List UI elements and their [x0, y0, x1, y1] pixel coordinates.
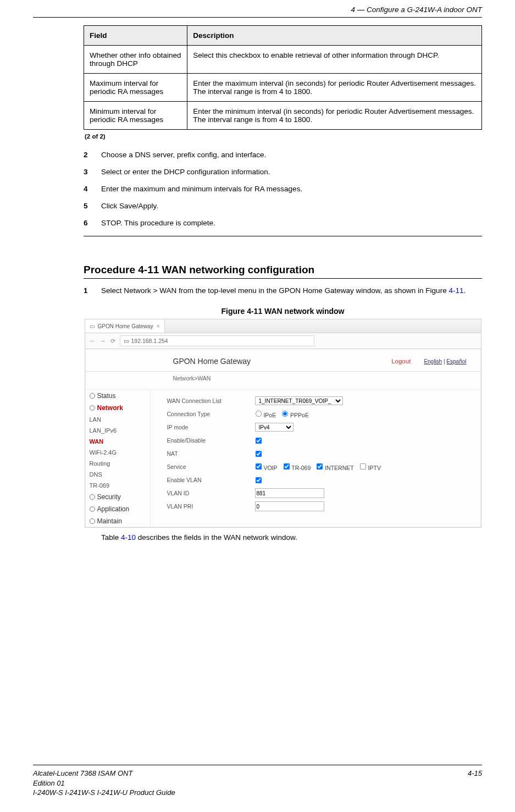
- close-icon[interactable]: ×: [157, 323, 160, 329]
- vlan-pri-label: VLAN PRI: [167, 503, 255, 510]
- table-row: Minimum interval for periodic RA message…: [84, 102, 482, 130]
- svc-voip-checkbox[interactable]: [255, 463, 261, 469]
- sidebar-item-wan[interactable]: WAN: [85, 436, 150, 447]
- svc-internet-checkbox[interactable]: [317, 463, 323, 469]
- step-text: Select or enter the DHCP configuration i…: [101, 168, 482, 176]
- form-row-conn-type: Connection Type IPoE PPPoE: [167, 407, 481, 421]
- sidebar-item-label: LAN_IPv6: [90, 427, 117, 434]
- step-text: Click Save/Apply.: [101, 202, 482, 210]
- sidebar-item-network[interactable]: Network: [85, 402, 150, 414]
- radio-ipoe[interactable]: [255, 410, 261, 416]
- sidebar-item-label: TR-069: [90, 482, 110, 489]
- lang-english-link[interactable]: English: [424, 358, 442, 364]
- step-number: 6: [84, 219, 101, 227]
- sidebar-item-maintain[interactable]: Maintain: [85, 515, 150, 527]
- breadcrumb: Network>WAN: [85, 372, 481, 390]
- vlan-pri-input[interactable]: [255, 501, 324, 511]
- radio-pppoe[interactable]: [282, 410, 288, 416]
- enable-vlan-checkbox[interactable]: [255, 477, 261, 483]
- back-icon[interactable]: ←: [90, 338, 96, 344]
- ip-mode-label: IP mode: [167, 424, 255, 430]
- sidebar-item-application[interactable]: Application: [85, 503, 150, 515]
- step-number: 2: [84, 151, 101, 159]
- form-row-wan-conn-list: WAN Connection List 1_INTERNET_TR069_VOI…: [167, 394, 481, 407]
- svc-tr069-checkbox[interactable]: [283, 463, 289, 469]
- app-title: GPON Home Gateway: [173, 357, 251, 366]
- page-icon: ▭: [90, 323, 95, 329]
- step-text: Select Network > WAN from the top-level …: [101, 286, 482, 295]
- sidebar-item-label: Application: [97, 505, 130, 513]
- table-cell-desc: Select this checkbox to enable retrieval…: [187, 46, 482, 74]
- gear-icon: [90, 506, 95, 512]
- lang-espanol-link[interactable]: Español: [446, 358, 466, 364]
- table-header-row: Field Description: [84, 26, 482, 46]
- browser-tabbar: ▭ GPON Home Gateway ×: [85, 319, 481, 333]
- footer-rule: [33, 765, 482, 765]
- sidebar-item-label: Maintain: [97, 517, 122, 525]
- forward-icon[interactable]: →: [100, 338, 106, 344]
- procedure-steps: 1 Select Network > WAN from the top-leve…: [84, 286, 482, 295]
- reload-icon[interactable]: ⟳: [110, 338, 115, 345]
- footer-line2: Edition 01: [33, 778, 175, 788]
- app-header: GPON Home Gateway Logout English | Españ…: [85, 349, 481, 372]
- step-text: Choose a DNS server, prefix config, and …: [101, 151, 482, 159]
- form-row-service: Service VOIP TR-069 INTERNET IPTV: [167, 460, 481, 473]
- browser-addressbar: ← → ⟳ ▭ 192.168.1.254: [85, 333, 481, 349]
- vlan-id-label: VLAN ID: [167, 490, 255, 496]
- sidebar-item-lan-ipv6[interactable]: LAN_IPv6: [85, 425, 150, 436]
- form-row-ip-mode: IP mode IPv4: [167, 421, 481, 434]
- list-item: 6 STOP. This procedure is complete.: [84, 219, 482, 227]
- sidebar-item-routing[interactable]: Routing: [85, 458, 150, 469]
- section-divider: [84, 236, 482, 236]
- form-row-enable-vlan: Enable VLAN: [167, 473, 481, 487]
- browser-tab[interactable]: ▭ GPON Home Gateway ×: [85, 319, 165, 333]
- sidebar-item-wifi[interactable]: WiFi-2.4G: [85, 447, 150, 458]
- footer-line3: I-240W-S I-241W-S I-241W-U Product Guide: [33, 788, 175, 798]
- figure-link[interactable]: 4-11: [448, 286, 463, 295]
- sidebar-item-security[interactable]: Security: [85, 491, 150, 503]
- ip-mode-select[interactable]: IPv4: [255, 423, 294, 432]
- sidebar-item-label: WAN: [90, 438, 104, 445]
- sidebar-item-dns[interactable]: DNS: [85, 469, 150, 480]
- enable-checkbox[interactable]: [255, 437, 261, 443]
- list-item: 1 Select Network > WAN from the top-leve…: [84, 286, 482, 295]
- table-header-field: Field: [84, 26, 187, 46]
- gear-icon: [90, 494, 95, 500]
- after-figure-suffix: describes the fields in the WAN network …: [136, 533, 297, 542]
- conn-type-label: Connection Type: [167, 411, 255, 417]
- sidebar-item-label: LAN: [90, 416, 101, 423]
- sidebar-item-label: Status: [97, 392, 116, 400]
- page-footer: Alcatel-Lucent 7368 ISAM ONT Edition 01 …: [33, 765, 482, 798]
- wan-conn-list-select[interactable]: 1_INTERNET_TR069_VOIP_: [255, 396, 343, 405]
- logout-link[interactable]: Logout: [391, 358, 411, 364]
- form-row-vlan-pri: VLAN PRI: [167, 500, 481, 513]
- figure-title: Figure 4-11 WAN network window: [84, 307, 482, 316]
- step-number: 1: [84, 286, 101, 295]
- footer-line1: Alcatel-Lucent 7368 ISAM ONT: [33, 769, 175, 778]
- sidebar-item-label: DNS: [90, 471, 102, 478]
- sidebar-item-status[interactable]: Status: [85, 390, 150, 402]
- sidebar-item-lan[interactable]: LAN: [85, 414, 150, 425]
- svc-internet-text: INTERNET: [325, 465, 354, 471]
- sidebar-item-label: WiFi-2.4G: [90, 449, 117, 456]
- url-text: 192.168.1.254: [131, 338, 168, 344]
- step-number: 5: [84, 202, 101, 210]
- address-field[interactable]: ▭ 192.168.1.254: [120, 335, 314, 346]
- nat-checkbox[interactable]: [255, 450, 261, 456]
- app-body: Status Network LAN LAN_IPv6 WAN WiFi-2.4…: [85, 390, 481, 527]
- vlan-id-input[interactable]: [255, 488, 324, 498]
- radio-ipoe-text: IPoE: [263, 412, 276, 418]
- chapter-header: 4 — Configure a G-241W-A indoor ONT: [351, 5, 482, 14]
- wan-form: WAN Connection List 1_INTERNET_TR069_VOI…: [151, 390, 481, 527]
- step1-prefix: Select Network > WAN from the top-level …: [101, 286, 448, 295]
- step-number: 4: [84, 185, 101, 193]
- steps-list: 2 Choose a DNS server, prefix config, an…: [84, 151, 482, 227]
- form-row-nat: NAT: [167, 447, 481, 460]
- table-link[interactable]: 4-10: [121, 533, 136, 542]
- sidebar-item-tr069[interactable]: TR-069: [85, 480, 150, 491]
- procedure-underline: [84, 278, 482, 279]
- header-rule: [33, 17, 482, 18]
- svc-iptv-checkbox[interactable]: [360, 463, 366, 469]
- enable-vlan-label: Enable VLAN: [167, 477, 255, 483]
- gear-icon: [90, 405, 95, 411]
